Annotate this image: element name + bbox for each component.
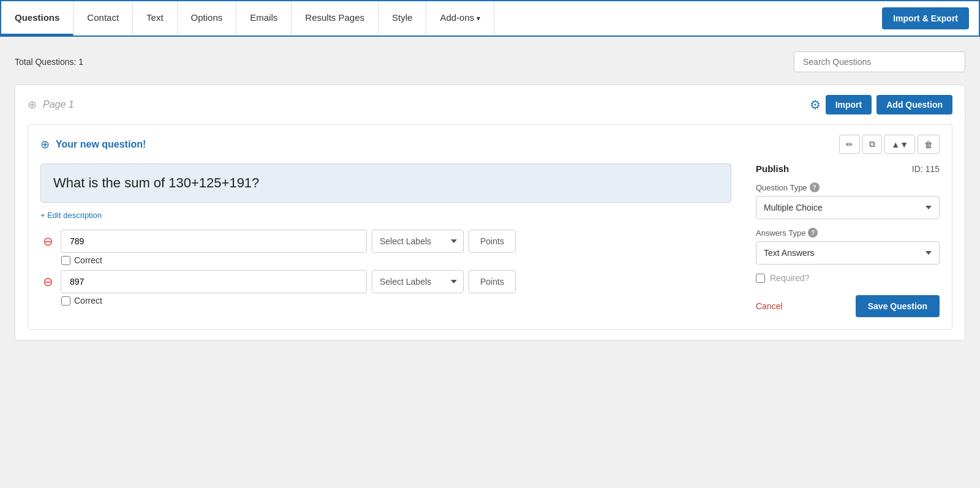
points-button-1[interactable]: Points bbox=[469, 230, 516, 253]
page-import-button[interactable]: Import bbox=[826, 95, 872, 114]
publish-row: Publish ID: 115 bbox=[756, 163, 940, 174]
question-text: What is the sum of 130+125+191? bbox=[40, 163, 731, 203]
save-question-button[interactable]: Save Question bbox=[856, 295, 940, 317]
page-actions: ⚙ Import Add Question bbox=[810, 95, 952, 114]
points-button-2[interactable]: Points bbox=[469, 270, 516, 293]
tab-options[interactable]: Options bbox=[178, 1, 237, 36]
tab-results-pages[interactable]: Results Pages bbox=[292, 1, 379, 36]
remove-answer-1-button[interactable]: ⊖ bbox=[40, 235, 56, 247]
answer-row-2: ⊖ Select Labels Points Correct bbox=[40, 270, 731, 306]
copy-question-button[interactable]: ⧉ bbox=[862, 135, 882, 154]
question-left: What is the sum of 130+125+191? + Edit d… bbox=[40, 163, 731, 317]
question-drag-handle[interactable]: ⊕ bbox=[40, 138, 50, 151]
nav-tabs: Questions Contact Text Options Emails Re… bbox=[1, 1, 494, 36]
correct-row-1: Correct bbox=[61, 255, 731, 265]
tab-style[interactable]: Style bbox=[379, 1, 426, 36]
answer-input-1[interactable] bbox=[61, 230, 367, 253]
required-checkbox[interactable] bbox=[756, 274, 765, 283]
edit-question-button[interactable]: ✏ bbox=[839, 135, 860, 154]
correct-checkbox-2[interactable] bbox=[61, 296, 70, 306]
add-question-button[interactable]: Add Question bbox=[876, 95, 952, 114]
answers-type-help-icon[interactable]: ? bbox=[808, 228, 818, 238]
cancel-button[interactable]: Cancel bbox=[756, 301, 783, 311]
question-type-select[interactable]: Multiple Choice Single Choice True/False… bbox=[756, 196, 940, 219]
header-row: Total Questions: 1 bbox=[15, 51, 965, 72]
question-title: Your new question! bbox=[56, 139, 146, 150]
page-drag-handle[interactable]: ⊕ bbox=[28, 98, 37, 111]
page-header: ⊕ Page 1 ⚙ Import Add Question bbox=[28, 95, 952, 114]
page-title: Page 1 bbox=[43, 99, 74, 110]
required-row: Required? bbox=[756, 273, 940, 283]
page-title-row: ⊕ Page 1 bbox=[28, 98, 74, 111]
correct-label-1: Correct bbox=[74, 255, 102, 265]
page-section: ⊕ Page 1 ⚙ Import Add Question ⊕ Your ne… bbox=[15, 84, 965, 340]
answer-input-2[interactable] bbox=[61, 270, 367, 293]
required-label: Required? bbox=[770, 273, 810, 283]
tab-addons[interactable]: Add-ons bbox=[426, 1, 494, 36]
id-label: ID: 115 bbox=[912, 164, 940, 174]
total-questions-count: 1 bbox=[78, 57, 83, 67]
total-questions-label: Total Questions: bbox=[15, 57, 76, 67]
import-export-button[interactable]: Import & Export bbox=[882, 7, 969, 29]
answer-row-1: ⊖ Select Labels Points Correct bbox=[40, 230, 731, 265]
tab-text[interactable]: Text bbox=[133, 1, 178, 36]
question-title-row: ⊕ Your new question! bbox=[40, 138, 146, 151]
question-type-help-icon[interactable]: ? bbox=[810, 182, 820, 192]
question-type-label: Question Type ? bbox=[756, 182, 940, 192]
correct-checkbox-1[interactable] bbox=[61, 256, 70, 265]
page-content: Total Questions: 1 ⊕ Page 1 ⚙ Import Add… bbox=[0, 37, 980, 365]
total-questions: Total Questions: 1 bbox=[15, 57, 83, 67]
question-right-panel: Publish ID: 115 Question Type ? Multiple… bbox=[756, 163, 940, 317]
edit-description-link[interactable]: + Edit description bbox=[40, 211, 102, 220]
search-input[interactable] bbox=[794, 51, 965, 72]
page-gear-button[interactable]: ⚙ bbox=[810, 97, 821, 112]
tab-contact[interactable]: Contact bbox=[74, 1, 133, 36]
answers-type-select[interactable]: Text Answers Image Answers bbox=[756, 241, 940, 265]
correct-label-2: Correct bbox=[74, 296, 102, 306]
answer-input-row-2: ⊖ Select Labels Points bbox=[40, 270, 731, 293]
question-card: ⊕ Your new question! ✏ ⧉ ▲▼ 🗑 What is th… bbox=[28, 124, 952, 330]
remove-answer-2-button[interactable]: ⊖ bbox=[40, 276, 56, 288]
delete-question-button[interactable]: 🗑 bbox=[918, 135, 940, 154]
top-nav: Questions Contact Text Options Emails Re… bbox=[0, 0, 980, 37]
question-body: What is the sum of 130+125+191? + Edit d… bbox=[40, 163, 940, 317]
question-actions: ✏ ⧉ ▲▼ 🗑 bbox=[839, 135, 940, 154]
correct-row-2: Correct bbox=[61, 296, 731, 306]
select-labels-1[interactable]: Select Labels bbox=[372, 230, 464, 253]
answer-input-row-1: ⊖ Select Labels Points bbox=[40, 230, 731, 253]
publish-label: Publish bbox=[756, 163, 789, 174]
question-card-header: ⊕ Your new question! ✏ ⧉ ▲▼ 🗑 bbox=[40, 135, 940, 154]
tab-questions[interactable]: Questions bbox=[1, 1, 74, 36]
answers-type-label: Answers Type ? bbox=[756, 228, 940, 238]
tab-emails[interactable]: Emails bbox=[236, 1, 292, 36]
bottom-actions: Cancel Save Question bbox=[756, 295, 940, 317]
select-labels-2[interactable]: Select Labels bbox=[372, 270, 464, 293]
move-question-button[interactable]: ▲▼ bbox=[884, 135, 915, 154]
